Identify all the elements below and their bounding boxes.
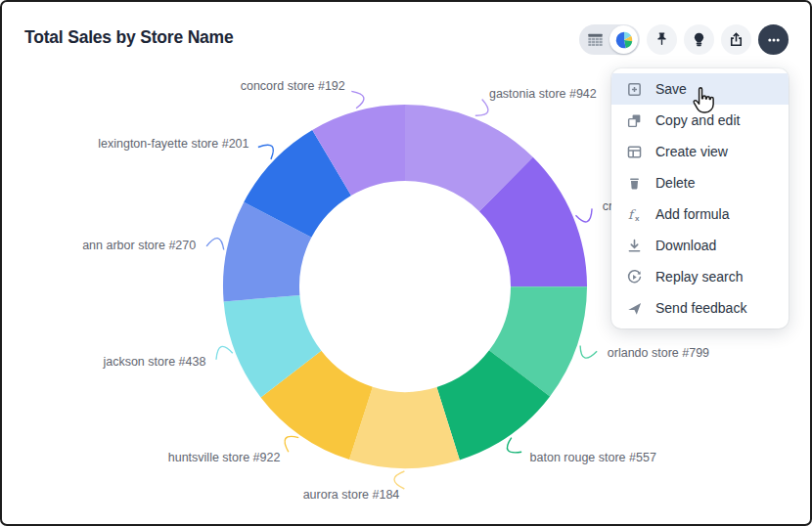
- save-plus-icon: [625, 80, 643, 98]
- create-view-icon: [625, 143, 643, 160]
- menu-item-create-view[interactable]: Create view: [611, 136, 789, 167]
- label-leader-line: [216, 346, 233, 359]
- more-actions-menu: SaveCopy and editCreate viewDeletefxAdd …: [611, 68, 789, 329]
- label-leader-line: [575, 208, 592, 222]
- pin-button[interactable]: [647, 24, 677, 55]
- menu-item-save[interactable]: Save: [611, 73, 789, 105]
- slice-label: ann arbor store #270: [82, 239, 196, 252]
- share-button[interactable]: [721, 24, 751, 55]
- label-leader-line: [285, 436, 298, 452]
- menu-item-label: Replay search: [655, 269, 744, 285]
- slice-label: jackson store #438: [102, 355, 205, 369]
- pie-chart-icon: [614, 30, 634, 50]
- slice-label: orlando store #799: [608, 346, 709, 360]
- menu-item-delete[interactable]: Delete: [611, 167, 789, 198]
- label-leader-line: [351, 91, 364, 108]
- slice-label: baton rouge store #557: [530, 451, 656, 464]
- pushpin-icon: [653, 30, 671, 49]
- slice-label: lexington-fayette store #201: [98, 137, 248, 151]
- menu-item-label: Create view: [655, 144, 728, 159]
- menu-item-copy-and-edit[interactable]: Copy and edit: [611, 105, 789, 136]
- label-leader-line: [206, 239, 224, 250]
- replay-icon: [625, 268, 643, 285]
- download-icon: [625, 237, 643, 254]
- lightbulb-icon: [690, 30, 708, 49]
- slice-label: concord store #192: [241, 79, 345, 93]
- send-icon: [625, 299, 643, 317]
- more-actions-button[interactable]: [758, 24, 789, 55]
- label-leader-line: [580, 345, 597, 358]
- slice-label: aurora store #184: [303, 488, 400, 502]
- menu-item-label: Send feedback: [655, 300, 746, 316]
- formula-icon: fx: [625, 205, 643, 223]
- menu-item-label: Delete: [655, 175, 695, 191]
- share-upload-icon: [727, 30, 745, 49]
- view-toggle: [579, 24, 640, 55]
- table-icon: [586, 30, 605, 49]
- ellipsis-icon: [764, 30, 784, 50]
- label-leader-line: [507, 438, 521, 453]
- chart-toolbar: [579, 24, 789, 55]
- table-view-button[interactable]: [581, 25, 609, 54]
- menu-item-replay-search[interactable]: Replay search: [611, 261, 789, 292]
- label-leader-line: [475, 100, 488, 116]
- menu-item-download[interactable]: Download: [611, 230, 789, 261]
- menu-item-label: Save: [655, 81, 687, 97]
- menu-item-label: Copy and edit: [655, 112, 740, 128]
- label-leader-line: [394, 471, 404, 489]
- copy-icon: [625, 111, 643, 129]
- slice-label: huntsville store #922: [168, 451, 281, 464]
- insights-button[interactable]: [684, 24, 714, 55]
- slice-label: gastonia store #942: [489, 87, 597, 101]
- menu-item-add-formula[interactable]: fxAdd formula: [611, 198, 789, 230]
- menu-item-label: Add formula: [655, 206, 729, 222]
- menu-item-label: Download: [655, 238, 716, 253]
- trash-icon: [625, 174, 643, 192]
- chart-view-button[interactable]: [609, 25, 638, 54]
- menu-item-send-feedback[interactable]: Send feedback: [611, 292, 789, 324]
- label-leader-line: [258, 145, 273, 159]
- svg-text:x: x: [635, 214, 640, 223]
